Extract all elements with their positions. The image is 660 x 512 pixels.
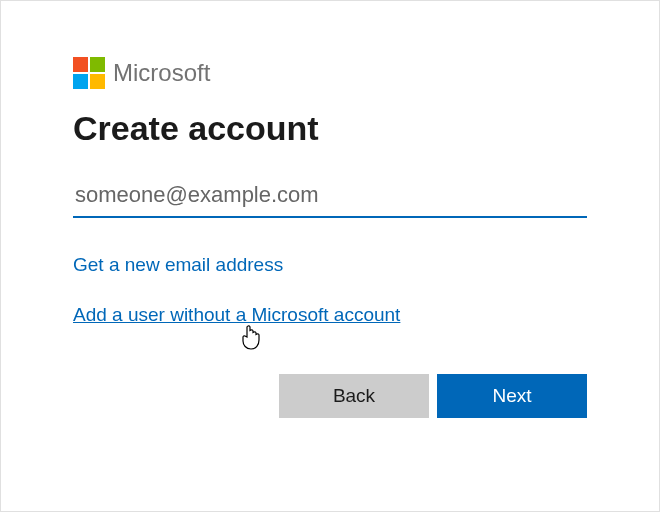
email-field[interactable]	[73, 176, 587, 218]
get-new-email-link[interactable]: Get a new email address	[73, 254, 283, 276]
brand-text: Microsoft	[113, 59, 210, 87]
button-row: Back Next	[73, 374, 587, 418]
brand-row: Microsoft	[73, 57, 587, 89]
page-title: Create account	[73, 109, 587, 148]
dialog-content: Microsoft Create account Get a new email…	[1, 1, 659, 458]
next-button[interactable]: Next	[437, 374, 587, 418]
microsoft-logo-icon	[73, 57, 105, 89]
add-user-without-account-link[interactable]: Add a user without a Microsoft account	[73, 304, 400, 326]
back-button[interactable]: Back	[279, 374, 429, 418]
